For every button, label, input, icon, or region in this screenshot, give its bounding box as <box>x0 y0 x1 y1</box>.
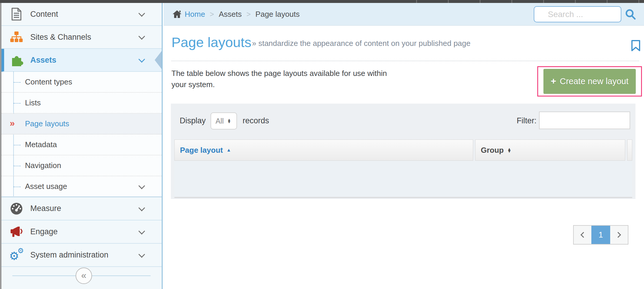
plus-icon: + <box>551 76 556 87</box>
sidebar-item-label: Content types <box>25 77 72 87</box>
sidebar-item-content[interactable]: Content <box>1 3 162 26</box>
document-icon <box>10 7 23 21</box>
tree-stub <box>14 145 21 145</box>
table-header-row: Page layout ▲ Group ▲ ▼ <box>174 139 632 161</box>
sidebar-item-label: Page layouts <box>25 119 69 128</box>
column-header-label: Group <box>481 146 504 155</box>
sidebar-item-label: Sites & Channels <box>30 33 91 42</box>
filter-label: Filter: <box>517 116 535 125</box>
sidebar-item-sites-channels[interactable]: Sites & Channels <box>1 26 162 49</box>
sidebar-item-label: Measure <box>30 204 61 213</box>
tree-stub <box>14 103 21 104</box>
megaphone-icon <box>10 225 23 239</box>
sitemap-icon <box>10 30 23 44</box>
breadcrumb-home-link[interactable]: Home <box>185 10 205 19</box>
gauge-icon <box>10 202 23 215</box>
background-tab-strip <box>0 0 644 3</box>
breadcrumb-separator: > <box>246 10 251 19</box>
page-description-line1: The table below shows the page layouts a… <box>171 68 413 79</box>
tree-stub <box>14 82 21 83</box>
column-header-group[interactable]: Group ▲ ▼ <box>475 139 625 161</box>
chevron-right-icon <box>615 232 621 238</box>
search-icon[interactable] <box>625 9 636 21</box>
select-arrows-icon: ▲ ▼ <box>227 119 231 123</box>
search-box <box>534 6 621 22</box>
sidebar-item-label: Asset usage <box>25 182 67 191</box>
next-page-button[interactable] <box>610 226 628 244</box>
chevron-down-icon <box>139 10 145 17</box>
breadcrumb-assets[interactable]: Assets <box>219 10 242 19</box>
sidebar-item-measure[interactable]: Measure <box>1 197 162 220</box>
home-icon <box>172 10 182 19</box>
sidebar-item-label: Navigation <box>25 161 61 170</box>
sort-ascending-icon: ▲ <box>226 147 231 153</box>
tree-stub <box>14 166 21 166</box>
sidebar-item-label: Metadata <box>25 140 57 149</box>
current-item-marker: » <box>10 118 15 128</box>
sidebar-item-label: Engage <box>30 227 58 236</box>
background-tab-separators <box>385 0 644 3</box>
breadcrumb-separator: > <box>210 10 214 19</box>
display-label: Display <box>180 116 206 125</box>
sidebar-item-label: Lists <box>25 98 41 107</box>
sidebar-item-page-layouts[interactable]: » Page layouts <box>1 114 162 134</box>
column-header-actions <box>627 139 632 161</box>
breadcrumb-current-page: Page layouts <box>256 10 300 19</box>
puzzle-icon <box>10 53 23 67</box>
page-description-line2: your system. <box>171 79 413 90</box>
sidebar: Content Sites & Channels Assets <box>1 3 163 289</box>
records-per-page-select[interactable]: All ▲ ▼ <box>211 112 237 129</box>
chevron-left-icon <box>580 232 586 238</box>
sidebar-item-lists[interactable]: Lists <box>1 93 162 114</box>
current-page-number: 1 <box>598 230 603 240</box>
sidebar-item-metadata[interactable]: Metadata <box>1 134 162 155</box>
collapse-icon: « <box>81 270 86 281</box>
sidebar-item-engage[interactable]: Engage <box>1 220 162 244</box>
tree-stub <box>14 187 21 187</box>
chevron-down-icon <box>139 205 145 211</box>
pagination: 1 <box>573 225 628 245</box>
chevron-down-icon <box>139 182 145 189</box>
table-body-empty: 1 <box>174 161 632 198</box>
sidebar-item-label: Assets <box>30 56 56 65</box>
previous-page-button[interactable] <box>574 226 591 244</box>
filter-input[interactable] <box>539 112 630 129</box>
column-header-page-layout[interactable]: Page layout ▲ <box>174 139 473 161</box>
sidebar-item-label: System administration <box>30 250 109 260</box>
collapse-sidebar-button[interactable]: « <box>76 268 92 284</box>
assets-submenu: Content types Lists » Page layouts Metad… <box>1 72 162 197</box>
sidebar-item-asset-usage[interactable]: Asset usage <box>1 176 162 197</box>
page-description: The table below shows the page layouts a… <box>171 68 413 90</box>
page-layouts-table-panel: Display All ▲ ▼ records Filter: Page lay… <box>171 104 635 199</box>
create-new-layout-button[interactable]: + Create new layout <box>543 69 636 94</box>
chevron-down-icon <box>139 251 145 258</box>
sidebar-item-assets[interactable]: Assets <box>1 49 162 72</box>
sidebar-footer: « <box>1 267 162 286</box>
sidebar-item-system-administration[interactable]: ⚙ ⚙ System administration <box>1 244 162 267</box>
active-section-arrow <box>155 51 162 69</box>
gears-icon: ⚙ ⚙ <box>10 248 23 262</box>
page-subtitle: » standardize the appearance of content … <box>252 39 471 48</box>
search-input[interactable] <box>534 7 621 22</box>
divider <box>171 61 639 61</box>
records-label: records <box>243 116 269 125</box>
records-per-page-value: All <box>216 117 224 125</box>
page-title: Page layouts <box>171 34 251 50</box>
sidebar-item-label: Content <box>30 10 58 19</box>
create-button-label: Create new layout <box>560 77 628 86</box>
sort-both-icon: ▲ ▼ <box>507 148 511 153</box>
chevron-down-icon <box>139 56 145 63</box>
sidebar-item-navigation[interactable]: Navigation <box>1 155 162 176</box>
chevron-down-icon <box>139 33 145 40</box>
bookmark-icon[interactable] <box>631 40 640 52</box>
chevron-down-icon <box>139 228 145 235</box>
sidebar-item-content-types[interactable]: Content types <box>1 72 162 93</box>
page-number-button[interactable]: 1 <box>591 226 610 244</box>
column-header-label: Page layout <box>180 146 223 155</box>
